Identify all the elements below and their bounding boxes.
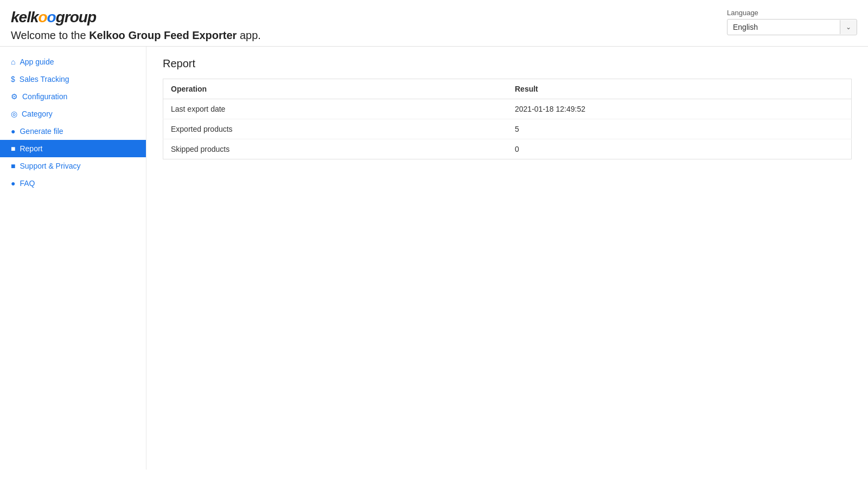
table-cell-result-1: 2021-01-18 12:49:52 bbox=[507, 99, 852, 119]
circle-icon: ◎ bbox=[11, 110, 17, 118]
main-content: Report Operation Result Last export date… bbox=[146, 47, 868, 470]
dot-icon: ● bbox=[11, 127, 15, 136]
sidebar-label-sales-tracking: Sales Tracking bbox=[20, 75, 69, 84]
sidebar-label-support-privacy: Support & Privacy bbox=[20, 162, 80, 170]
sidebar-item-support-privacy[interactable]: ■ Support & Privacy bbox=[0, 157, 146, 175]
welcome-bold: Kelkoo Group Feed Exporter bbox=[89, 29, 237, 41]
language-label: Language bbox=[727, 9, 857, 17]
table-header-result: Result bbox=[507, 79, 852, 99]
sidebar-label-category: Category bbox=[22, 110, 53, 118]
dollar-icon: $ bbox=[11, 75, 15, 84]
sidebar-label-faq: FAQ bbox=[20, 179, 35, 188]
table-header-operation: Operation bbox=[163, 79, 508, 99]
chevron-down-icon: ⌄ bbox=[840, 20, 857, 34]
sidebar-label-generate-file: Generate file bbox=[20, 127, 63, 136]
sidebar-item-category[interactable]: ◎ Category bbox=[0, 105, 146, 123]
sidebar-item-report[interactable]: ■ Report bbox=[0, 140, 146, 157]
table-cell-operation-1: Last export date bbox=[163, 99, 508, 119]
sidebar-item-sales-tracking[interactable]: $ Sales Tracking bbox=[0, 70, 146, 88]
table-body: Last export date 2021-01-18 12:49:52 Exp… bbox=[163, 99, 852, 159]
table-row: Exported products 5 bbox=[163, 119, 852, 139]
header: kelkoogroup Welcome to the Kelkoo Group … bbox=[0, 0, 868, 47]
report-title: Report bbox=[163, 57, 852, 70]
table-header-row: Operation Result bbox=[163, 79, 852, 99]
sidebar-label-configuration: Configuration bbox=[22, 92, 67, 101]
sidebar-label-app-guide: App guide bbox=[20, 57, 54, 66]
table-cell-result-2: 5 bbox=[507, 119, 852, 139]
table-row: Last export date 2021-01-18 12:49:52 bbox=[163, 99, 852, 119]
question-icon: ● bbox=[11, 179, 15, 188]
sidebar-item-configuration[interactable]: ⚙ Configuration bbox=[0, 88, 146, 105]
report-table: Operation Result Last export date 2021-0… bbox=[163, 79, 852, 159]
logo-o1: o bbox=[39, 9, 47, 25]
logo-group: group bbox=[56, 9, 96, 25]
sidebar-item-generate-file[interactable]: ● Generate file bbox=[0, 123, 146, 140]
table-cell-operation-3: Skipped products bbox=[163, 139, 508, 159]
language-selector: Language English French German Spanish ⌄ bbox=[727, 9, 857, 35]
square-icon-report: ■ bbox=[11, 144, 15, 153]
square-icon-support: ■ bbox=[11, 162, 15, 170]
language-dropdown[interactable]: English French German Spanish ⌄ bbox=[727, 19, 857, 35]
logo-kelk: kelk bbox=[11, 9, 39, 25]
gear-icon: ⚙ bbox=[11, 92, 18, 101]
sidebar-item-app-guide[interactable]: ⌂ App guide bbox=[0, 53, 146, 70]
sidebar-label-report: Report bbox=[20, 144, 42, 153]
welcome-prefix: Welcome to the bbox=[11, 29, 89, 41]
home-icon: ⌂ bbox=[11, 57, 15, 66]
table-cell-operation-2: Exported products bbox=[163, 119, 508, 139]
sidebar-item-faq[interactable]: ● FAQ bbox=[0, 175, 146, 192]
layout: ⌂ App guide $ Sales Tracking ⚙ Configura… bbox=[0, 47, 868, 470]
table-cell-result-3: 0 bbox=[507, 139, 852, 159]
logo-o2: o bbox=[47, 9, 56, 25]
welcome-suffix: app. bbox=[237, 29, 260, 41]
sidebar: ⌂ App guide $ Sales Tracking ⚙ Configura… bbox=[0, 47, 146, 470]
language-select[interactable]: English French German Spanish bbox=[727, 20, 840, 35]
table-row: Skipped products 0 bbox=[163, 139, 852, 159]
